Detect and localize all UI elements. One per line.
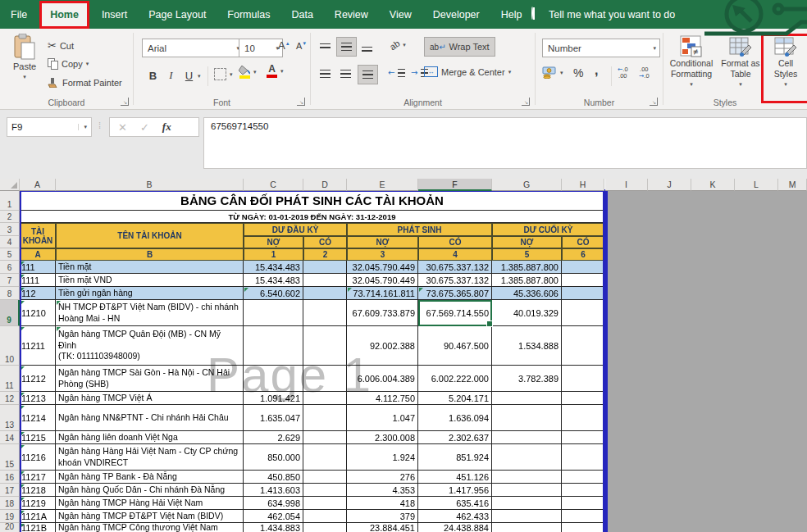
accounting-format-button[interactable]: ▾ (542, 66, 563, 79)
cell-G15[interactable] (492, 444, 562, 471)
column-header-L[interactable]: L (735, 179, 778, 191)
cell-F10[interactable]: 90.467.500 (418, 326, 492, 366)
cell-B19[interactable]: Ngân hàng TMCP ĐT&PT Việt Nam (BIDV) (56, 510, 244, 523)
cell-H16[interactable] (562, 471, 604, 484)
cell-F18[interactable]: 635.416 (418, 497, 492, 510)
cell-A12[interactable]: 11213 (20, 392, 56, 405)
cell-A15[interactable]: 11216 (20, 444, 56, 471)
cell-A9[interactable]: 11210 (20, 300, 56, 326)
cell-H13[interactable] (562, 405, 604, 431)
tab-insert[interactable]: Insert (91, 0, 138, 29)
cell-A18[interactable]: 11219 (20, 497, 56, 510)
cell-D15[interactable] (303, 444, 347, 471)
cell-E16[interactable]: 276 (347, 471, 418, 484)
selected-cell-box[interactable] (418, 300, 492, 326)
cell-C18[interactable]: 634.998 (244, 497, 303, 510)
percent-style-button[interactable]: % (573, 66, 583, 80)
cell-C8[interactable]: 6.540.602 (244, 287, 303, 300)
paste-button[interactable]: Paste ▾ (7, 34, 43, 83)
cell-B18[interactable]: Ngân hàng TMCP Hàng Hải Việt Nam (56, 497, 244, 510)
column-header-J[interactable]: J (648, 179, 691, 191)
row-header-13[interactable]: 13 (0, 405, 20, 431)
row-header-4[interactable]: 4 (0, 236, 20, 248)
cell-A10[interactable]: 11211 (20, 326, 56, 366)
orientation-button[interactable]: ab ▾ (390, 40, 406, 50)
cell-H9[interactable] (562, 300, 604, 326)
column-header-A[interactable]: A (20, 179, 56, 191)
tab-file[interactable]: File (0, 0, 38, 29)
cell-E6[interactable]: 32.045.790.449 (347, 261, 418, 274)
cell-G6[interactable]: 1.385.887.800 (492, 261, 562, 274)
number-dialog-launcher[interactable] (650, 98, 658, 106)
cell-F16[interactable]: 451.126 (418, 471, 492, 484)
cell-H8[interactable] (562, 287, 604, 300)
cell-D7[interactable] (303, 274, 347, 287)
cell-B6[interactable]: Tiền mặt (56, 261, 244, 274)
column-header-M[interactable]: M (778, 179, 807, 191)
select-all-button[interactable] (0, 179, 20, 191)
cell-E18[interactable]: 418 (347, 497, 418, 510)
cell-F6[interactable]: 30.675.337.132 (418, 261, 492, 274)
cell-B13[interactable]: Ngân hàng NN&PTNT - Chi nhánh Hải Châu (56, 405, 244, 431)
cell-E8[interactable]: 73.714.161.811 (347, 287, 418, 300)
copy-button[interactable]: Copy ▾ (48, 58, 89, 70)
decrease-indent-button[interactable]: ← (388, 68, 405, 77)
wrap-text-button[interactable]: ab↵ Wrap Text (424, 37, 495, 57)
row-header-19[interactable]: 19 (0, 510, 20, 523)
tab-help[interactable]: Help (490, 0, 533, 29)
column-header-K[interactable]: K (691, 179, 735, 191)
insert-function-icon[interactable]: fx (162, 120, 171, 134)
cell-B16[interactable]: Ngân hàng TP Bank - Đà Nẵng (56, 471, 244, 484)
increase-decimal-button[interactable]: ←.0.00 (618, 66, 628, 80)
cell-H15[interactable] (562, 444, 604, 471)
tab-developer[interactable]: Developer (422, 0, 490, 29)
tab-review[interactable]: Review (324, 0, 379, 29)
cell-E9[interactable]: 67.609.733.879 (347, 300, 418, 326)
cell-G19[interactable] (492, 510, 562, 523)
fill-color-button[interactable]: ▾ (239, 66, 257, 79)
cell-E14[interactable]: 2.300.008 (347, 431, 418, 444)
cell-G20[interactable] (492, 523, 562, 532)
cell-H14[interactable] (562, 431, 604, 444)
row-header-15[interactable]: 15 (0, 444, 20, 471)
cell-H17[interactable] (562, 484, 604, 497)
conditional-formatting-button[interactable]: ≠ Conditional Formatting ▾ (665, 35, 718, 90)
column-header-D[interactable]: D (303, 179, 347, 191)
spreadsheet-grid[interactable]: BẢNG CÂN ĐỐI PHÁT SINH CÁC TÀI KHOẢNTỪ N… (20, 191, 604, 532)
cell-A13[interactable]: 11214 (20, 405, 56, 431)
font-size-select[interactable]: 10 ▾ (239, 39, 283, 57)
cell-H10[interactable] (562, 326, 604, 366)
align-right-button[interactable] (358, 65, 378, 84)
cell-D6[interactable] (303, 261, 347, 274)
clipboard-dialog-launcher[interactable] (121, 98, 129, 106)
name-box[interactable]: F9 ▾ (7, 117, 92, 137)
underline-dropdown-icon[interactable]: ▾ (198, 73, 201, 80)
cell-B17[interactable]: Ngân hàng Quốc Dân - Chi nhánh Đà Nẵng (56, 484, 244, 497)
cell-C14[interactable]: 2.629 (244, 431, 303, 444)
cell-G14[interactable] (492, 431, 562, 444)
cell-D17[interactable] (303, 484, 347, 497)
tab-page-layout[interactable]: Page Layout (138, 0, 217, 29)
row-header-1[interactable]: 1 (0, 191, 20, 211)
cell-D14[interactable] (303, 431, 347, 444)
cell-C16[interactable]: 450.850 (244, 471, 303, 484)
cell-A14[interactable]: 11215 (20, 431, 56, 444)
cell-A11[interactable]: 11212 (20, 366, 56, 392)
cell-G13[interactable] (492, 405, 562, 431)
cell-D8[interactable] (303, 287, 347, 300)
row-header-8[interactable]: 8 (0, 287, 20, 300)
cell-D20[interactable] (303, 523, 347, 532)
cell-H20[interactable] (562, 523, 604, 532)
tab-data[interactable]: Data (280, 0, 323, 29)
row-header-7[interactable]: 7 (0, 274, 20, 287)
cell-A6[interactable]: 111 (20, 261, 56, 274)
enter-icon[interactable]: ✓ (140, 121, 149, 134)
column-header-E[interactable]: E (347, 179, 418, 191)
cell-F20[interactable]: 24.438.884 (418, 523, 492, 532)
bold-button[interactable]: B (144, 66, 162, 84)
row-header-12[interactable]: 12 (0, 392, 20, 405)
formula-input[interactable]: 67569714550 (203, 117, 807, 169)
middle-align-button[interactable] (336, 37, 357, 57)
font-name-select[interactable]: Arial ▾ (142, 39, 244, 57)
cell-G10[interactable]: 1.534.888 (492, 326, 562, 366)
